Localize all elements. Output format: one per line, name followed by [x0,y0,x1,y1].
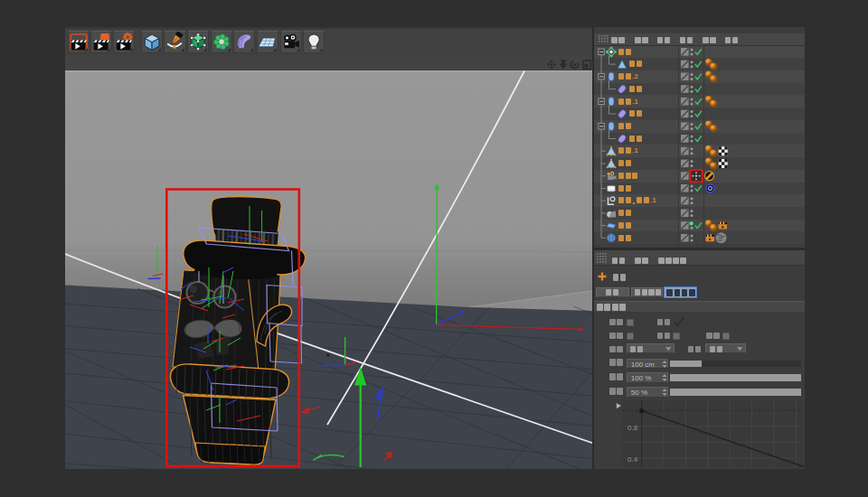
svg-text:0.4: 0.4 [627,455,638,464]
svg-text:0.8: 0.8 [627,424,638,432]
